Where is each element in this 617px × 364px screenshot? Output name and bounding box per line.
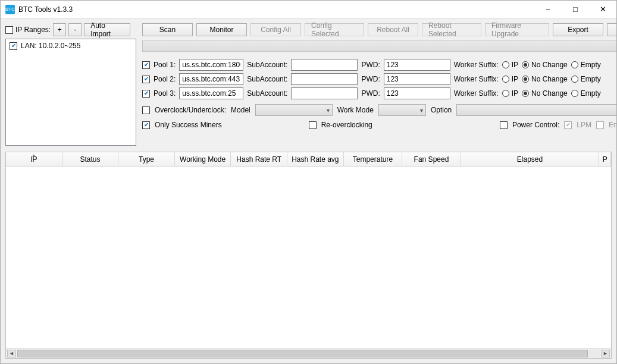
pool-label: Pool 2:: [154, 75, 176, 83]
workmode-combo[interactable]: [378, 104, 426, 116]
subaccount-label: SubAccount:: [247, 75, 287, 83]
scroll-thumb[interactable]: [17, 350, 588, 357]
minimize-button[interactable]: –: [534, 1, 562, 18]
overclock-label: Overclock/Underclock:: [155, 106, 226, 114]
option-combo[interactable]: [456, 104, 617, 116]
titlebar: BTC BTC Tools v1.3.3 – □ ✕: [1, 1, 616, 18]
column-header[interactable]: Fan Speed: [402, 152, 461, 166]
lpm-checkbox: [564, 121, 572, 129]
pwd-input[interactable]: [384, 87, 450, 99]
export-button[interactable]: Export: [553, 23, 603, 36]
pool-checkbox[interactable]: [142, 90, 150, 98]
ip-range-item[interactable]: LAN: 10.0.2.0~255: [10, 42, 132, 50]
ip-ranges-row: IP Ranges: + - Auto Import: [5, 23, 136, 36]
ip-ranges-label: IP Ranges:: [15, 26, 51, 34]
pwd-label: PWD:: [361, 61, 380, 69]
window-title: BTC Tools v1.3.3: [18, 5, 534, 14]
pool-label: Pool 3:: [154, 89, 176, 98]
scroll-right-button[interactable]: ►: [601, 350, 610, 357]
enhanced-lpm-label: Enhanced LPM: [609, 121, 617, 129]
reboot-all-button[interactable]: Reboot All: [368, 23, 418, 36]
overclock-row: Overclock/Underclock: Model Work Mode Op…: [142, 104, 617, 116]
ip-ranges-checkbox[interactable]: [5, 26, 13, 34]
scroll-track[interactable]: [17, 350, 600, 357]
toolbar: Scan Monitor Config All Config Selected …: [142, 23, 617, 36]
ip-range-list[interactable]: LAN: 10.0.2.0~255: [5, 39, 136, 146]
ip-remove-button[interactable]: -: [68, 23, 82, 36]
subaccount-label: SubAccount:: [247, 89, 287, 98]
subaccount-label: SubAccount:: [247, 61, 287, 69]
pool-row: Pool 1:SubAccount:PWD:Worker Suffix:IPNo…: [142, 59, 617, 71]
column-header[interactable]: Hash Rate RT: [231, 152, 287, 166]
upper-panel: IP Ranges: + - Auto Import LAN: 10.0.2.0…: [1, 18, 616, 146]
config-all-button[interactable]: Config All: [250, 23, 301, 36]
reboot-selected-button[interactable]: Reboot Selected: [422, 23, 481, 36]
pools: Pool 1:SubAccount:PWD:Worker Suffix:IPNo…: [142, 59, 617, 99]
table-body[interactable]: [6, 167, 611, 348]
ip-range-item-checkbox[interactable]: [10, 42, 17, 50]
only-success-label: Only Success Miners: [155, 121, 222, 129]
subaccount-input[interactable]: [291, 59, 358, 71]
only-success-checkbox[interactable]: [142, 121, 150, 129]
column-header[interactable]: Type: [118, 152, 175, 166]
ws-radio-ip[interactable]: IP: [502, 89, 518, 98]
ws-radio-ip[interactable]: IP: [502, 75, 518, 83]
pwd-label: PWD:: [361, 89, 380, 98]
column-header[interactable]: Status: [62, 152, 119, 166]
settings-button[interactable]: Settings: [607, 23, 617, 36]
worker-suffix-label: Worker Suffix:: [454, 89, 499, 98]
pool-url-input[interactable]: [179, 87, 243, 99]
workmode-label: Work Mode: [337, 106, 374, 114]
column-header[interactable]: P: [599, 152, 611, 166]
ip-ranges-panel: IP Ranges: + - Auto Import LAN: 10.0.2.0…: [5, 23, 136, 146]
ws-radio-ip[interactable]: IP: [502, 61, 518, 69]
maximize-button[interactable]: □: [562, 1, 589, 18]
ws-radio-nochange[interactable]: No Change: [522, 75, 568, 83]
column-header[interactable]: Temperature: [344, 152, 403, 166]
column-header[interactable]: Working Mode: [175, 152, 231, 166]
pool-url-input[interactable]: [179, 59, 243, 71]
monitor-button[interactable]: Monitor: [196, 23, 247, 36]
subaccount-input[interactable]: [291, 73, 358, 85]
scroll-left-button[interactable]: ◄: [7, 350, 16, 357]
column-header[interactable]: IP: [6, 152, 62, 166]
pool-row: Pool 3:SubAccount:PWD:Worker Suffix:IPNo…: [142, 87, 617, 99]
window-buttons: – □ ✕: [534, 1, 616, 18]
worker-suffix-label: Worker Suffix:: [454, 61, 499, 69]
ws-radio-empty[interactable]: Empty: [571, 89, 601, 98]
column-header[interactable]: Elapsed: [461, 152, 600, 166]
pool-row: Pool 2:SubAccount:PWD:Worker Suffix:IPNo…: [142, 73, 617, 85]
pool-url-input[interactable]: [179, 73, 243, 85]
options-row: Only Success Miners Re-overclocking Powe…: [142, 121, 617, 129]
ws-radio-empty[interactable]: Empty: [571, 75, 601, 83]
firmware-upgrade-button[interactable]: Firmware Upgrade: [485, 23, 549, 36]
column-header[interactable]: Hash Rate avg: [287, 152, 344, 166]
lpm-label: LPM: [577, 121, 591, 129]
app-icon: BTC: [5, 5, 15, 14]
pwd-input[interactable]: [384, 59, 450, 71]
progress-bar: [142, 40, 617, 52]
config-selected-button[interactable]: Config Selected: [305, 23, 364, 36]
option-label: Option: [431, 106, 452, 114]
overclock-checkbox[interactable]: [142, 106, 150, 114]
enhanced-lpm-checkbox: [596, 121, 604, 129]
table-header: IPStatusTypeWorking ModeHash Rate RTHash…: [6, 152, 611, 167]
pool-checkbox[interactable]: [142, 61, 150, 69]
ws-radio-empty[interactable]: Empty: [571, 61, 601, 69]
horizontal-scrollbar[interactable]: ◄ ►: [6, 348, 611, 358]
close-button[interactable]: ✕: [589, 1, 616, 18]
scan-button[interactable]: Scan: [142, 23, 193, 36]
ip-add-button[interactable]: +: [53, 23, 66, 36]
pool-checkbox[interactable]: [142, 76, 150, 83]
miners-table: IPStatusTypeWorking ModeHash Rate RTHash…: [5, 152, 612, 359]
subaccount-input[interactable]: [291, 87, 358, 99]
pool-label: Pool 1:: [154, 61, 176, 69]
auto-import-button[interactable]: Auto Import: [84, 23, 130, 36]
ws-radio-nochange[interactable]: No Change: [522, 89, 568, 98]
power-control-checkbox[interactable]: [500, 121, 508, 129]
model-combo[interactable]: [255, 104, 333, 116]
re-overclocking-label: Re-overclocking: [321, 121, 372, 129]
pwd-input[interactable]: [384, 73, 450, 85]
ws-radio-nochange[interactable]: No Change: [522, 61, 568, 69]
re-overclocking-checkbox[interactable]: [309, 121, 317, 129]
